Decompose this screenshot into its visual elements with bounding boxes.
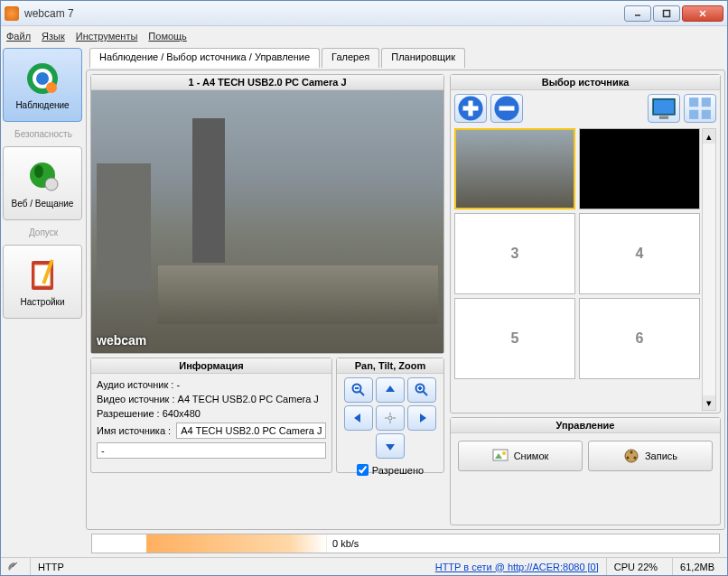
source-grid-button[interactable] <box>684 94 716 123</box>
zoom-in-button[interactable] <box>407 377 436 403</box>
webcam-icon <box>24 60 61 97</box>
scroll-down-icon[interactable]: ▾ <box>703 395 715 410</box>
sidebar-item-monitor[interactable]: Наблюдение <box>3 48 82 122</box>
grid-icon <box>685 93 715 124</box>
tab-scheduler[interactable]: Планировщик <box>381 48 465 68</box>
status-http: HTTP <box>30 558 71 575</box>
svg-point-35 <box>502 451 506 455</box>
sidebar: Наблюдение Безопасность Веб / Вещание До… <box>3 48 84 555</box>
close-button[interactable] <box>682 5 723 22</box>
satellite-icon <box>6 561 19 573</box>
status-mem: 61,2MB <box>672 558 722 575</box>
film-icon <box>623 448 639 464</box>
menu-tools[interactable]: Инструменты <box>76 31 138 42</box>
source-thumb-6[interactable]: 6 <box>579 298 700 379</box>
menu-help[interactable]: Помощь <box>148 31 187 42</box>
remove-source-button[interactable] <box>490 94 523 123</box>
app-icon <box>5 6 19 21</box>
status-cpu: CPU 22% <box>606 558 665 575</box>
tab-monitor[interactable]: Наблюдение / Выбор источника / Управлени… <box>89 48 320 68</box>
svg-rect-1 <box>664 10 670 16</box>
info-video: Видео источник : A4 TECH USB2.0 PC Camer… <box>97 394 326 404</box>
tab-gallery[interactable]: Галерея <box>322 48 379 68</box>
source-scrollbar[interactable]: ▴ ▾ <box>702 128 716 411</box>
sidebar-item-settings[interactable]: Настройки <box>3 245 82 319</box>
svg-rect-30 <box>702 98 711 107</box>
monitor-icon <box>649 93 679 124</box>
ptz-allow-checkbox[interactable] <box>357 464 369 476</box>
menu-language[interactable]: Язык <box>42 31 65 42</box>
source-thumb-4[interactable]: 4 <box>579 213 700 294</box>
svg-rect-32 <box>702 110 711 119</box>
zoom-out-button[interactable] <box>344 377 373 403</box>
scroll-up-icon[interactable]: ▴ <box>703 129 715 144</box>
svg-point-38 <box>626 457 629 460</box>
maximize-button[interactable] <box>653 5 680 22</box>
ptz-header: Pan, Tilt, Zoom <box>337 358 443 374</box>
titlebar: webcam 7 <box>1 1 727 26</box>
watermark: webcam <box>91 328 152 353</box>
statusbar: HTTP HTTP в сети @ http://ACER:8080 [0] … <box>1 557 727 575</box>
info-resolution: Разрешение : 640x480 <box>97 408 326 419</box>
ptz-box: Pan, Tilt, Zoom <box>336 358 444 473</box>
bandwidth-bar: 0 kb/s <box>91 534 720 553</box>
svg-point-21 <box>388 416 392 420</box>
pan-right-button[interactable] <box>407 405 436 431</box>
svg-point-6 <box>36 72 49 85</box>
svg-point-39 <box>633 457 636 460</box>
source-select-box: Выбор источника 3 <box>450 74 721 413</box>
svg-rect-33 <box>493 450 508 460</box>
window-title: webcam 7 <box>24 7 624 20</box>
svg-point-7 <box>46 82 57 93</box>
svg-rect-28 <box>659 116 668 119</box>
info-audio: Аудио источник : - <box>97 379 326 390</box>
source-thumb-2[interactable] <box>579 128 700 209</box>
source-thumb-1[interactable] <box>454 128 575 209</box>
tilt-up-button[interactable] <box>376 377 405 403</box>
svg-point-10 <box>45 178 58 190</box>
info-box: Информация Аудио источник : - Видео исто… <box>90 358 332 473</box>
source-extra-input[interactable] <box>97 442 326 459</box>
source-thumb-3[interactable]: 3 <box>454 213 575 294</box>
sidebar-section-access: Допуск <box>3 222 84 243</box>
ptz-allow-label: Разрешено <box>372 465 424 476</box>
minimize-button[interactable] <box>624 5 651 22</box>
ptz-home-button[interactable] <box>376 405 405 431</box>
record-button[interactable]: Запись <box>588 441 713 471</box>
bandwidth-graph <box>146 534 327 553</box>
svg-rect-27 <box>653 99 675 115</box>
tabs: Наблюдение / Выбор источника / Управлени… <box>89 48 725 68</box>
source-thumb-5[interactable]: 5 <box>454 298 575 379</box>
globe-icon <box>24 159 61 195</box>
add-source-button[interactable] <box>454 94 487 123</box>
menu-file[interactable]: Файл <box>6 31 31 42</box>
sidebar-section-security: Безопасность <box>3 124 84 144</box>
menubar: Файл Язык Инструменты Помощь <box>1 26 727 46</box>
svg-rect-29 <box>689 98 698 107</box>
svg-point-37 <box>630 451 632 454</box>
clipboard-icon <box>24 257 61 293</box>
video-box: 1 - A4 TECH USB2.0 PC Camera J webcam <box>90 74 444 354</box>
source-options-button[interactable] <box>648 94 680 123</box>
source-select-header: Выбор источника <box>451 75 720 90</box>
sidebar-item-web[interactable]: Веб / Вещание <box>3 146 82 220</box>
info-header: Информация <box>91 358 331 374</box>
svg-line-15 <box>359 391 364 395</box>
status-link[interactable]: HTTP в сети @ http://ACER:8080 [0] <box>350 562 599 572</box>
snapshot-button[interactable]: Снимок <box>458 441 583 471</box>
info-name-label: Имя источника : <box>97 425 171 436</box>
video-title: 1 - A4 TECH USB2.0 PC Camera J <box>91 75 443 90</box>
svg-point-9 <box>34 165 43 178</box>
pan-left-button[interactable] <box>344 405 373 431</box>
tilt-down-button[interactable] <box>376 433 405 459</box>
bandwidth-value: 0 kb/s <box>327 538 719 549</box>
video-feed[interactable]: webcam <box>91 90 443 353</box>
source-name-input[interactable] <box>176 423 326 439</box>
photo-icon <box>492 449 509 463</box>
svg-rect-31 <box>689 110 698 119</box>
svg-line-18 <box>423 391 427 395</box>
control-header: Управление <box>451 418 720 433</box>
control-box: Управление Снимок Запись <box>450 417 721 525</box>
